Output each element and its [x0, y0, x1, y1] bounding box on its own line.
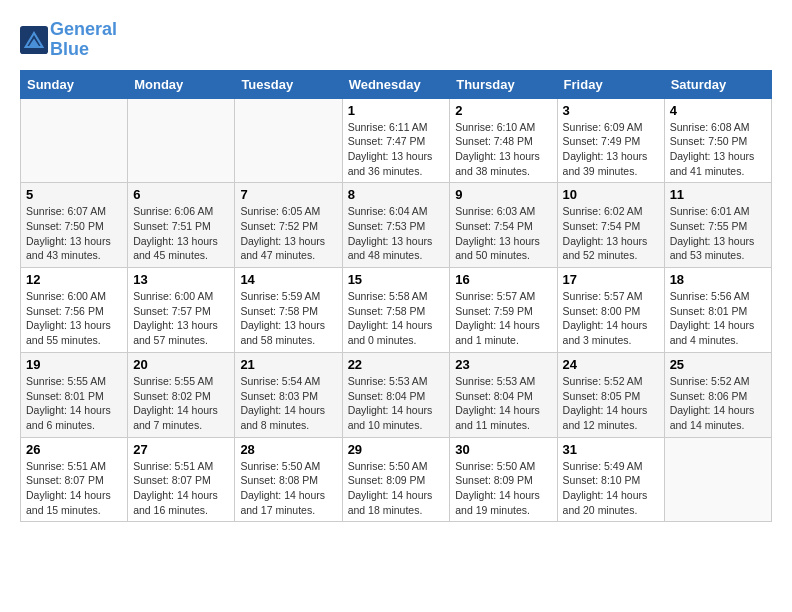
day-info: Sunrise: 6:04 AM Sunset: 7:53 PM Dayligh… — [348, 204, 445, 263]
day-info: Sunrise: 5:52 AM Sunset: 8:05 PM Dayligh… — [563, 374, 659, 433]
calendar-cell: 25Sunrise: 5:52 AM Sunset: 8:06 PM Dayli… — [664, 352, 771, 437]
day-info: Sunrise: 6:01 AM Sunset: 7:55 PM Dayligh… — [670, 204, 766, 263]
day-of-week-header: Monday — [128, 70, 235, 98]
day-info: Sunrise: 5:49 AM Sunset: 8:10 PM Dayligh… — [563, 459, 659, 518]
day-number: 26 — [26, 442, 122, 457]
calendar-cell: 2Sunrise: 6:10 AM Sunset: 7:48 PM Daylig… — [450, 98, 557, 183]
day-info: Sunrise: 5:57 AM Sunset: 7:59 PM Dayligh… — [455, 289, 551, 348]
day-number: 8 — [348, 187, 445, 202]
calendar-cell: 24Sunrise: 5:52 AM Sunset: 8:05 PM Dayli… — [557, 352, 664, 437]
day-info: Sunrise: 5:55 AM Sunset: 8:01 PM Dayligh… — [26, 374, 122, 433]
day-number: 20 — [133, 357, 229, 372]
day-number: 3 — [563, 103, 659, 118]
calendar-cell: 15Sunrise: 5:58 AM Sunset: 7:58 PM Dayli… — [342, 268, 450, 353]
day-number: 9 — [455, 187, 551, 202]
calendar-cell: 28Sunrise: 5:50 AM Sunset: 8:08 PM Dayli… — [235, 437, 342, 522]
day-info: Sunrise: 5:51 AM Sunset: 8:07 PM Dayligh… — [133, 459, 229, 518]
day-number: 18 — [670, 272, 766, 287]
day-of-week-header: Friday — [557, 70, 664, 98]
day-number: 28 — [240, 442, 336, 457]
day-number: 10 — [563, 187, 659, 202]
day-number: 17 — [563, 272, 659, 287]
calendar-cell: 19Sunrise: 5:55 AM Sunset: 8:01 PM Dayli… — [21, 352, 128, 437]
day-number: 4 — [670, 103, 766, 118]
day-info: Sunrise: 5:57 AM Sunset: 8:00 PM Dayligh… — [563, 289, 659, 348]
day-info: Sunrise: 6:00 AM Sunset: 7:57 PM Dayligh… — [133, 289, 229, 348]
calendar-cell: 4Sunrise: 6:08 AM Sunset: 7:50 PM Daylig… — [664, 98, 771, 183]
day-info: Sunrise: 6:11 AM Sunset: 7:47 PM Dayligh… — [348, 120, 445, 179]
day-info: Sunrise: 5:52 AM Sunset: 8:06 PM Dayligh… — [670, 374, 766, 433]
day-number: 23 — [455, 357, 551, 372]
calendar-cell — [664, 437, 771, 522]
day-number: 2 — [455, 103, 551, 118]
calendar-body: 1Sunrise: 6:11 AM Sunset: 7:47 PM Daylig… — [21, 98, 772, 522]
calendar-cell: 22Sunrise: 5:53 AM Sunset: 8:04 PM Dayli… — [342, 352, 450, 437]
day-info: Sunrise: 6:10 AM Sunset: 7:48 PM Dayligh… — [455, 120, 551, 179]
calendar-cell: 9Sunrise: 6:03 AM Sunset: 7:54 PM Daylig… — [450, 183, 557, 268]
calendar-cell: 16Sunrise: 5:57 AM Sunset: 7:59 PM Dayli… — [450, 268, 557, 353]
day-of-week-header: Thursday — [450, 70, 557, 98]
calendar-cell: 5Sunrise: 6:07 AM Sunset: 7:50 PM Daylig… — [21, 183, 128, 268]
day-info: Sunrise: 6:02 AM Sunset: 7:54 PM Dayligh… — [563, 204, 659, 263]
day-of-week-header: Sunday — [21, 70, 128, 98]
calendar-cell: 21Sunrise: 5:54 AM Sunset: 8:03 PM Dayli… — [235, 352, 342, 437]
day-info: Sunrise: 5:58 AM Sunset: 7:58 PM Dayligh… — [348, 289, 445, 348]
day-of-week-header: Tuesday — [235, 70, 342, 98]
day-info: Sunrise: 5:59 AM Sunset: 7:58 PM Dayligh… — [240, 289, 336, 348]
calendar-cell: 1Sunrise: 6:11 AM Sunset: 7:47 PM Daylig… — [342, 98, 450, 183]
calendar-week-row: 1Sunrise: 6:11 AM Sunset: 7:47 PM Daylig… — [21, 98, 772, 183]
day-info: Sunrise: 5:55 AM Sunset: 8:02 PM Dayligh… — [133, 374, 229, 433]
calendar-cell: 6Sunrise: 6:06 AM Sunset: 7:51 PM Daylig… — [128, 183, 235, 268]
day-number: 6 — [133, 187, 229, 202]
calendar-cell — [21, 98, 128, 183]
calendar-cell: 26Sunrise: 5:51 AM Sunset: 8:07 PM Dayli… — [21, 437, 128, 522]
day-number: 30 — [455, 442, 551, 457]
day-number: 1 — [348, 103, 445, 118]
calendar-cell: 29Sunrise: 5:50 AM Sunset: 8:09 PM Dayli… — [342, 437, 450, 522]
calendar-cell — [128, 98, 235, 183]
calendar-table: SundayMondayTuesdayWednesdayThursdayFrid… — [20, 70, 772, 523]
day-number: 22 — [348, 357, 445, 372]
calendar-cell: 17Sunrise: 5:57 AM Sunset: 8:00 PM Dayli… — [557, 268, 664, 353]
day-info: Sunrise: 5:56 AM Sunset: 8:01 PM Dayligh… — [670, 289, 766, 348]
day-info: Sunrise: 6:07 AM Sunset: 7:50 PM Dayligh… — [26, 204, 122, 263]
calendar-cell: 23Sunrise: 5:53 AM Sunset: 8:04 PM Dayli… — [450, 352, 557, 437]
calendar-cell: 31Sunrise: 5:49 AM Sunset: 8:10 PM Dayli… — [557, 437, 664, 522]
day-info: Sunrise: 6:03 AM Sunset: 7:54 PM Dayligh… — [455, 204, 551, 263]
calendar-cell: 3Sunrise: 6:09 AM Sunset: 7:49 PM Daylig… — [557, 98, 664, 183]
day-info: Sunrise: 6:09 AM Sunset: 7:49 PM Dayligh… — [563, 120, 659, 179]
day-number: 7 — [240, 187, 336, 202]
page-header: General Blue — [20, 20, 772, 60]
calendar-cell: 10Sunrise: 6:02 AM Sunset: 7:54 PM Dayli… — [557, 183, 664, 268]
day-info: Sunrise: 5:53 AM Sunset: 8:04 PM Dayligh… — [455, 374, 551, 433]
day-number: 14 — [240, 272, 336, 287]
calendar-cell — [235, 98, 342, 183]
day-number: 24 — [563, 357, 659, 372]
calendar-week-row: 26Sunrise: 5:51 AM Sunset: 8:07 PM Dayli… — [21, 437, 772, 522]
calendar-week-row: 19Sunrise: 5:55 AM Sunset: 8:01 PM Dayli… — [21, 352, 772, 437]
day-number: 13 — [133, 272, 229, 287]
calendar-cell: 27Sunrise: 5:51 AM Sunset: 8:07 PM Dayli… — [128, 437, 235, 522]
day-number: 15 — [348, 272, 445, 287]
calendar-cell: 18Sunrise: 5:56 AM Sunset: 8:01 PM Dayli… — [664, 268, 771, 353]
calendar-week-row: 5Sunrise: 6:07 AM Sunset: 7:50 PM Daylig… — [21, 183, 772, 268]
day-info: Sunrise: 6:08 AM Sunset: 7:50 PM Dayligh… — [670, 120, 766, 179]
day-number: 21 — [240, 357, 336, 372]
calendar-header: SundayMondayTuesdayWednesdayThursdayFrid… — [21, 70, 772, 98]
logo: General Blue — [20, 20, 117, 60]
day-number: 25 — [670, 357, 766, 372]
day-of-week-header: Wednesday — [342, 70, 450, 98]
calendar-cell: 13Sunrise: 6:00 AM Sunset: 7:57 PM Dayli… — [128, 268, 235, 353]
day-info: Sunrise: 5:50 AM Sunset: 8:08 PM Dayligh… — [240, 459, 336, 518]
calendar-cell: 20Sunrise: 5:55 AM Sunset: 8:02 PM Dayli… — [128, 352, 235, 437]
day-number: 5 — [26, 187, 122, 202]
calendar-cell: 8Sunrise: 6:04 AM Sunset: 7:53 PM Daylig… — [342, 183, 450, 268]
day-info: Sunrise: 5:53 AM Sunset: 8:04 PM Dayligh… — [348, 374, 445, 433]
day-number: 11 — [670, 187, 766, 202]
calendar-cell: 7Sunrise: 6:05 AM Sunset: 7:52 PM Daylig… — [235, 183, 342, 268]
day-info: Sunrise: 5:51 AM Sunset: 8:07 PM Dayligh… — [26, 459, 122, 518]
day-info: Sunrise: 5:50 AM Sunset: 8:09 PM Dayligh… — [455, 459, 551, 518]
day-info: Sunrise: 6:06 AM Sunset: 7:51 PM Dayligh… — [133, 204, 229, 263]
day-info: Sunrise: 6:00 AM Sunset: 7:56 PM Dayligh… — [26, 289, 122, 348]
day-number: 12 — [26, 272, 122, 287]
